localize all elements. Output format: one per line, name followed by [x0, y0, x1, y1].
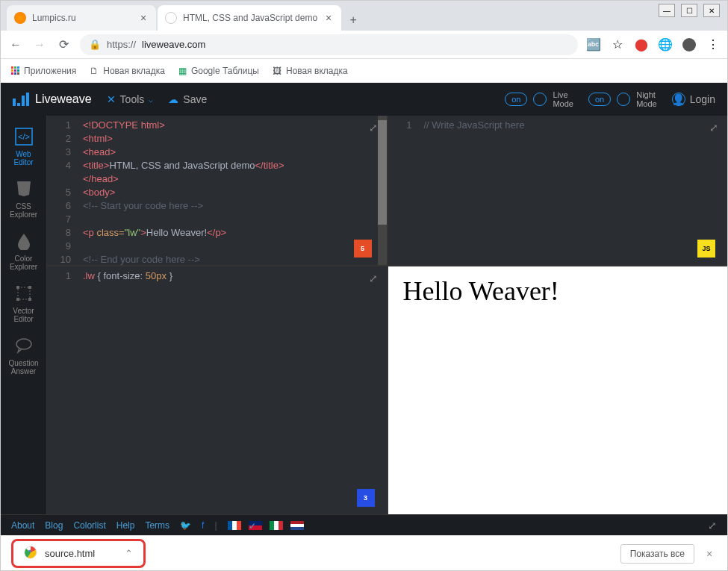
sheets-icon: ▦: [178, 66, 187, 76]
save-button[interactable]: ☁ Save: [168, 93, 207, 105]
apps-button[interactable]: Приложения: [11, 66, 76, 76]
main-area: </> Web Editor CSS Explorer Color Explor…: [1, 116, 727, 514]
expand-icon[interactable]: ⤢: [369, 122, 378, 134]
footer-link-about[interactable]: About: [11, 520, 34, 531]
chevron-up-icon[interactable]: ⌃: [125, 548, 133, 559]
minimize-button[interactable]: —: [659, 4, 675, 17]
close-tab-icon[interactable]: ×: [138, 13, 149, 23]
footer-link-blog[interactable]: Blog: [45, 520, 63, 531]
opera-icon[interactable]: ⬤: [635, 38, 648, 52]
sidebar-item-question-answer[interactable]: Question Answer: [1, 329, 47, 381]
cloud-icon: ☁: [168, 93, 178, 105]
svg-rect-7: [16, 286, 19, 289]
toggle-circle: [533, 93, 547, 106]
chrome-icon: [24, 546, 37, 561]
menu-icon[interactable]: ⋮: [706, 38, 720, 52]
toggle-circle: [617, 93, 630, 106]
svg-point-11: [16, 339, 31, 349]
liveweave-icon: [13, 93, 29, 106]
brand-logo[interactable]: Liveweave: [13, 93, 92, 106]
address-bar: ← → ⟳ 🔒 https://liveweave.com 🔤 ☆ ⬤ 🌐 ⋮: [1, 31, 727, 59]
svg-rect-9: [16, 298, 19, 301]
js-editor[interactable]: 1 // Write JavaScript here: [388, 116, 728, 265]
expand-icon[interactable]: ⤢: [369, 272, 378, 284]
flag-group: ✓: [228, 521, 304, 530]
tab-lumpics[interactable]: Lumpics.ru ×: [7, 5, 156, 31]
brand-name: Liveweave: [35, 93, 92, 106]
expand-icon[interactable]: ⤢: [709, 122, 718, 134]
app-header: Liveweave ✕ Tools ⌵ ☁ Save on Live Mode …: [1, 83, 727, 116]
code-content[interactable]: <!DOCTYPE html> <html> <head> <title>HTM…: [77, 116, 387, 265]
page-icon: 🗋: [90, 66, 99, 76]
bookmark-item[interactable]: 🗋Новая вкладка: [90, 66, 165, 76]
url-host: liveweave.com: [142, 39, 205, 50]
tools-button[interactable]: ✕ Tools ⌵: [107, 93, 154, 105]
html-editor[interactable]: 1234567891011 <!DOCTYPE html> <html> <he…: [47, 116, 387, 265]
app-footer: About Blog Colorlist Help Terms 🐦 f | ✓ …: [1, 514, 727, 535]
star-icon[interactable]: ☆: [611, 38, 624, 52]
reload-button[interactable]: ⟳: [56, 37, 71, 52]
svg-text:</>: </>: [18, 132, 30, 141]
separator: |: [214, 520, 217, 531]
download-item[interactable]: source.html ⌃: [11, 539, 146, 568]
scrollbar[interactable]: [378, 116, 387, 265]
facebook-icon[interactable]: f: [202, 520, 204, 531]
css-editor[interactable]: 1 .lw { font-size: 50px }: [47, 266, 387, 514]
tab-liveweave[interactable]: HTML, CSS and JavaScript demo ×: [158, 5, 341, 31]
bookmark-item[interactable]: ▦Google Таблицы: [178, 66, 259, 76]
html-panel: 1234567891011 <!DOCTYPE html> <html> <he…: [47, 116, 387, 265]
close-window-button[interactable]: ✕: [703, 4, 720, 17]
js-panel: 1 // Write JavaScript here ⤢ JS: [388, 116, 728, 265]
css-icon: [13, 178, 34, 199]
globe-icon[interactable]: 🌐: [659, 38, 672, 52]
apps-label: Приложения: [24, 66, 76, 76]
maximize-button[interactable]: ☐: [681, 4, 697, 17]
tab-title: HTML, CSS and JavaScript demo: [183, 13, 317, 23]
sidebar-item-vector-editor[interactable]: Vector Editor: [1, 277, 47, 329]
login-button[interactable]: 👤 Login: [672, 93, 715, 106]
browser-tabs: Lumpics.ru × HTML, CSS and JavaScript de…: [1, 1, 727, 31]
sidebar-item-css-explorer[interactable]: CSS Explorer: [1, 172, 47, 225]
url-input[interactable]: 🔒 https://liveweave.com: [80, 34, 578, 55]
file-favicon: [165, 12, 177, 24]
footer-link-help[interactable]: Help: [116, 520, 135, 531]
night-mode-toggle[interactable]: on Night Mode: [588, 90, 657, 108]
apps-icon: [11, 66, 19, 75]
line-gutter: 1: [388, 116, 418, 265]
orange-favicon: [14, 12, 26, 24]
close-download-bar[interactable]: ×: [702, 546, 717, 561]
download-filename: source.html: [45, 548, 95, 559]
side-nav: </> Web Editor CSS Explorer Color Explor…: [1, 116, 47, 514]
droplet-icon: [13, 231, 34, 252]
live-mode-toggle[interactable]: on Live Mode: [505, 90, 573, 108]
flag-icon[interactable]: [270, 521, 283, 530]
code-content[interactable]: .lw { font-size: 50px }: [77, 266, 387, 514]
sidebar-item-web-editor[interactable]: </> Web Editor: [1, 120, 47, 172]
user-icon: 👤: [672, 93, 685, 106]
tab-title: Lumpics.ru: [32, 13, 76, 23]
flag-icon[interactable]: [290, 521, 304, 530]
forward-button[interactable]: →: [32, 37, 47, 52]
avatar-icon[interactable]: [682, 38, 696, 52]
code-content[interactable]: // Write JavaScript here: [418, 116, 728, 265]
line-gutter: 1234567891011: [47, 116, 77, 265]
svg-rect-3: [26, 93, 29, 106]
translate-icon[interactable]: 🔤: [587, 38, 600, 52]
image-icon: 🖼: [273, 66, 281, 76]
twitter-icon[interactable]: 🐦: [180, 520, 191, 531]
footer-link-colorlist[interactable]: Colorlist: [73, 520, 105, 531]
expand-icon[interactable]: ⤢: [708, 519, 717, 531]
sidebar-item-color-explorer[interactable]: Color Explorer: [1, 225, 47, 277]
show-all-button[interactable]: Показать все: [620, 544, 694, 564]
flag-icon[interactable]: [228, 521, 241, 530]
preview-panel: Hello Weaver!: [388, 266, 728, 514]
bookmark-item[interactable]: 🖼Новая вкладка: [273, 66, 348, 76]
new-tab-button[interactable]: +: [343, 10, 364, 31]
close-tab-icon[interactable]: ×: [323, 13, 334, 23]
tools-icon: ✕: [107, 93, 116, 105]
lock-icon: 🔒: [89, 39, 101, 50]
css3-badge: 3: [357, 489, 375, 507]
footer-link-terms[interactable]: Terms: [145, 520, 169, 531]
flag-icon[interactable]: ✓: [249, 521, 262, 530]
back-button[interactable]: ←: [8, 37, 23, 52]
